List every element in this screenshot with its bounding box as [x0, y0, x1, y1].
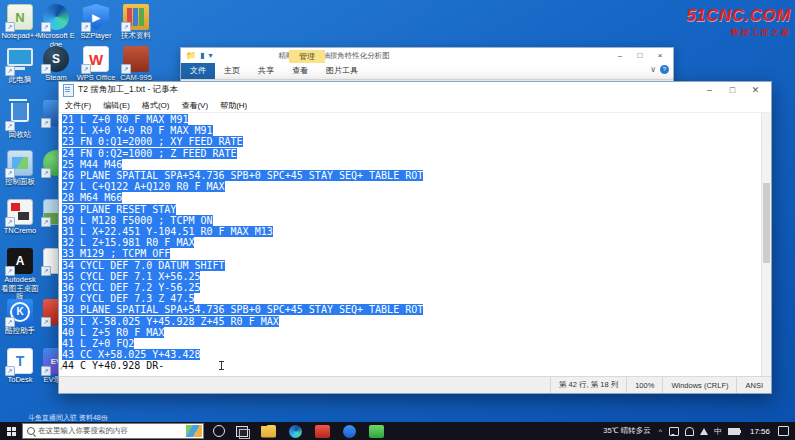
input-method-indicator[interactable]: 中 — [714, 426, 722, 437]
explorer-tab-2[interactable]: 主页 — [215, 63, 249, 79]
notepad-close-button[interactable]: ✕ — [744, 85, 767, 95]
task-view-button[interactable] — [236, 426, 248, 437]
status-cursor-position: 第 42 行, 第 18 列 — [550, 377, 626, 393]
notepad-window[interactable]: T2 摆角加工_1.txt - 记事本 – □ ✕ 文件(F)编辑(E)格式(O… — [58, 81, 772, 394]
explorer-tab-5[interactable]: 图片工具 — [317, 63, 367, 79]
scrollbar-thumb[interactable] — [763, 183, 770, 263]
notepad-titlebar[interactable]: T2 摆角加工_1.txt - 记事本 – □ ✕ — [59, 82, 771, 98]
wps-icon[interactable]: W↗ — [83, 46, 109, 72]
recycle-icon[interactable]: ↗ — [7, 103, 33, 129]
code-line: 22 L X+0 Y+0 R0 F MAX M91 — [62, 125, 761, 136]
desktop-icon-steam[interactable]: S↗Steam — [36, 46, 76, 83]
notification-center-icon[interactable] — [778, 426, 789, 436]
todesk-icon[interactable]: T↗ — [7, 348, 33, 374]
desktop-icon-folder-cam[interactable]: ↗CAM-995 — [116, 46, 156, 83]
shortcut-arrow-icon: ↗ — [5, 121, 15, 131]
desktop-icon-autodesk[interactable]: A↗Autodesk 看图王桌面版 — [0, 248, 40, 302]
desktop-icon-recycle[interactable]: ↗回收站 — [0, 100, 40, 140]
desktop-icon-folder-media[interactable]: ↗技术资料 — [116, 4, 156, 41]
menu-item[interactable]: 帮助(H) — [214, 100, 253, 111]
notepad-maximize-button[interactable]: □ — [721, 85, 744, 95]
code-line: 39 L X-58.025 Y+45.928 Z+45 R0 F MAX — [62, 316, 761, 327]
start-button[interactable] — [0, 427, 22, 436]
tray-message-icon[interactable] — [669, 427, 679, 436]
tncremo-icon[interactable]: ↗ — [7, 199, 33, 225]
menu-item[interactable]: 编辑(E) — [97, 100, 136, 111]
explorer-folder-icon: 📁 — [186, 51, 196, 60]
menu-item[interactable]: 查看(V) — [175, 100, 214, 111]
explorer-close-button[interactable]: × — [650, 51, 670, 60]
code-line: 27 L C+Q122 A+Q120 R0 F MAX — [62, 181, 761, 192]
desktop-icon-wps[interactable]: W↗WPS Office — [76, 46, 116, 83]
vertical-scrollbar[interactable] — [761, 113, 771, 376]
explorer-minimize-button[interactable]: – — [610, 51, 630, 60]
shortcut-arrow-icon: ↗ — [41, 168, 51, 178]
explorer-titlebar[interactable]: 📁 ▮ ▾ 精雕文档3.五轴摆角特性化分析图 – □ × — [181, 48, 673, 63]
autodesk-icon[interactable]: A↗ — [7, 248, 33, 274]
quick-access-icon[interactable]: ▮ — [200, 51, 204, 60]
folder-media-icon[interactable]: ↗ — [123, 4, 149, 30]
folder-cam-icon[interactable]: ↗ — [123, 46, 149, 72]
explorer-tab-1[interactable]: 文件 — [181, 63, 215, 79]
notepad-minimize-button[interactable]: – — [698, 85, 721, 95]
szplayer-icon[interactable]: ▶↗ — [83, 4, 109, 30]
code-line: 37 CYCL DEF 7.3 Z 47.5 — [62, 293, 761, 304]
shortcut-arrow-icon: ↗ — [41, 22, 51, 32]
code-line: 35 CYCL DEF 7.1 X+56.25 — [62, 271, 761, 282]
code-line: 34 CYCL DEF 7.0 DATUM SHIFT — [62, 260, 761, 271]
taskbar-app-wechat[interactable] — [369, 425, 384, 438]
tray-battery-icon[interactable] — [728, 428, 740, 435]
taskbar-app-blue-app[interactable] — [343, 425, 356, 438]
desktop-icon-kapp[interactable]: K↗酷控助手 — [0, 299, 40, 336]
edge-icon[interactable]: ↗ — [43, 4, 69, 30]
taskbar-search-input[interactable]: 在这里输入你要搜索的内容 — [22, 423, 204, 439]
explorer-tab-4[interactable]: 查看 — [283, 63, 317, 79]
desktop-icon-todesk[interactable]: T↗ToDesk — [0, 348, 40, 385]
text-cursor — [221, 361, 222, 370]
hscroll-left-arrow-icon[interactable]: ‹ — [60, 364, 63, 373]
help-icon[interactable]: ? — [660, 65, 669, 74]
explorer-manage-badge[interactable]: 管理 — [289, 50, 325, 63]
ribbon-collapse-icon[interactable]: ∨ — [650, 65, 656, 74]
shortcut-arrow-icon: ↗ — [121, 64, 131, 74]
tray-bell-icon[interactable] — [685, 427, 694, 436]
hidden-icons-chevron[interactable]: ^ — [659, 428, 662, 435]
shortcut-arrow-icon: ↗ — [81, 64, 91, 74]
menu-item[interactable]: 文件(F) — [59, 100, 97, 111]
tray-network-icon[interactable] — [700, 428, 708, 435]
kapp-icon[interactable]: K↗ — [7, 299, 33, 325]
explorer-maximize-button[interactable]: □ — [630, 51, 650, 60]
notepadpp-icon[interactable]: N↗ — [7, 4, 33, 30]
thispc-icon[interactable]: ↗ — [7, 48, 33, 74]
desktop-icon-notepadpp[interactable]: N↗Notepad++ — [0, 4, 40, 41]
desktop-icon-szplayer[interactable]: ▶↗SZPlayer — [76, 4, 116, 41]
taskbar-clock[interactable]: 17:56 — [750, 427, 770, 436]
taskbar-app-red-app[interactable] — [315, 425, 330, 438]
code-line: 28 M64 M66 — [62, 192, 761, 203]
shortcut-arrow-icon: ↗ — [41, 217, 51, 227]
weather-widget[interactable]: 35℃ 晴转多云 — [603, 426, 650, 436]
shortcut-arrow-icon: ↗ — [41, 64, 51, 74]
cpanel-icon[interactable]: ↗ — [7, 150, 33, 176]
desktop-icon-label: 技术资料 — [116, 32, 156, 41]
code-line: 26 PLANE SPATIAL SPA+54.736 SPB+0 SPC+45… — [62, 170, 761, 181]
notepad-edit-area[interactable]: 21 L Z+0 R0 F MAX M9122 L X+0 Y+0 R0 F M… — [59, 113, 771, 376]
explorer-tab-3[interactable]: 共享 — [249, 63, 283, 79]
cortana-button[interactable] — [213, 425, 225, 437]
taskbar-app-file-explorer[interactable] — [261, 425, 276, 438]
code-line: 36 CYCL DEF 7.2 Y-56.25 — [62, 282, 761, 293]
desktop-icon-cpanel[interactable]: ↗控制面板 — [0, 150, 40, 187]
desktop-icon-edge[interactable]: ↗Microsoft Edge — [36, 4, 76, 49]
quick-access-dropdown-icon[interactable]: ▾ — [208, 51, 212, 60]
desktop-icon-label: 酷控助手 — [0, 327, 40, 336]
steam-icon[interactable]: S↗ — [43, 46, 69, 72]
code-line: 38 PLANE SPATIAL SPA+54.736 SPB+0 SPC+45… — [62, 304, 761, 315]
desktop-icon-tncremo[interactable]: ↗TNCremo — [0, 199, 40, 236]
code-line: 32 L Z+15.981 R0 F MAX — [62, 237, 761, 248]
taskbar-app-edge[interactable] — [289, 425, 302, 438]
search-highlight-thumbnail[interactable] — [186, 425, 202, 437]
shortcut-arrow-icon: ↗ — [41, 366, 51, 376]
menu-item[interactable]: 格式(O) — [136, 100, 176, 111]
desktop-icon-thispc[interactable]: ↗此电脑 — [0, 46, 40, 85]
code-line: 40 L Z+5 R0 F MAX — [62, 327, 761, 338]
